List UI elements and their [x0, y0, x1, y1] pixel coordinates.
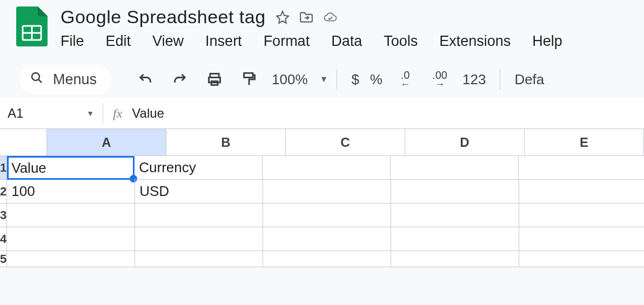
formula-bar-input[interactable]: [131, 105, 644, 121]
menu-insert[interactable]: Insert: [205, 33, 242, 50]
cell-B5[interactable]: [135, 251, 263, 267]
row-header-1[interactable]: 1: [0, 156, 7, 180]
cloud-status-icon[interactable]: [323, 10, 337, 24]
column-header-C[interactable]: C: [286, 129, 405, 156]
fx-icon: fx: [113, 106, 122, 121]
menu-extensions[interactable]: Extensions: [439, 33, 511, 50]
zoom-dropdown[interactable]: 100% ▼: [266, 71, 328, 88]
cell-B4[interactable]: [135, 227, 263, 251]
svg-line-4: [38, 79, 42, 83]
cell-C2[interactable]: [263, 180, 391, 204]
format-currency-button[interactable]: $: [351, 71, 359, 88]
menu-data[interactable]: Data: [331, 33, 362, 50]
move-to-folder-icon[interactable]: [299, 10, 313, 24]
cell-value: Currency: [139, 159, 196, 176]
decrease-decimal-button[interactable]: .0 ←: [395, 70, 415, 89]
cell-value: Value: [11, 160, 46, 177]
svg-rect-8: [244, 73, 253, 77]
cell-D3[interactable]: [391, 204, 519, 227]
format-percent-button[interactable]: %: [370, 71, 383, 88]
spreadsheet-grid: A B C D E 1 Value Currency 2 100 USD 3 4: [0, 129, 644, 267]
cell-A2[interactable]: 100: [7, 180, 135, 204]
cell-C4[interactable]: [263, 227, 391, 251]
increase-decimal-button[interactable]: .00 →: [430, 70, 450, 89]
sheets-app-icon[interactable]: [16, 6, 48, 49]
cell-E1[interactable]: [519, 156, 644, 180]
row-header-2[interactable]: 2: [0, 180, 7, 204]
cell-C5[interactable]: [263, 251, 391, 267]
cell-E2[interactable]: [519, 180, 644, 204]
cell-C3[interactable]: [263, 204, 391, 227]
column-header-E[interactable]: E: [525, 129, 644, 156]
cell-D1[interactable]: [391, 156, 519, 180]
menus-label: Menus: [53, 71, 97, 88]
caret-down-icon: ▼: [320, 74, 328, 84]
star-icon[interactable]: [276, 10, 290, 24]
search-icon: [30, 71, 43, 88]
menu-view[interactable]: View: [152, 33, 184, 50]
separator: [103, 103, 103, 124]
column-header-D[interactable]: D: [405, 129, 525, 156]
cell-C1[interactable]: [263, 156, 391, 180]
toolbar-separator: [337, 69, 337, 90]
cell-D5[interactable]: [391, 251, 519, 267]
cell-value: USD: [139, 183, 169, 200]
column-header-B[interactable]: B: [166, 129, 286, 156]
document-title[interactable]: Google Spreadsheet tag: [61, 6, 266, 28]
svg-point-3: [32, 73, 39, 80]
cell-A4[interactable]: [7, 227, 135, 251]
row-header-5[interactable]: 5: [0, 251, 7, 267]
cell-B3[interactable]: [135, 204, 263, 227]
menus-search-pill[interactable]: Menus: [19, 65, 112, 94]
column-header-A[interactable]: A: [47, 129, 166, 156]
cell-value: 100: [11, 183, 35, 200]
toolbar: Menus 100% ▼ $ % .0 ← .00 → 123 Defa: [0, 60, 644, 98]
cell-E4[interactable]: [519, 227, 644, 251]
cell-E3[interactable]: [519, 204, 644, 227]
menu-format[interactable]: Format: [264, 33, 310, 50]
cell-B2[interactable]: USD: [135, 180, 263, 204]
menu-tools[interactable]: Tools: [384, 33, 418, 50]
toolbar-separator: [500, 69, 500, 90]
name-box[interactable]: A1 ▼: [4, 106, 103, 121]
menu-file[interactable]: File: [61, 33, 84, 50]
cell-A1[interactable]: Value: [7, 156, 135, 180]
font-dropdown[interactable]: Defa: [514, 71, 544, 88]
more-formats-button[interactable]: 123: [462, 71, 486, 88]
cell-A3[interactable]: [7, 204, 135, 227]
select-all-corner[interactable]: [0, 129, 47, 156]
cell-A5[interactable]: [7, 251, 135, 267]
menu-edit[interactable]: Edit: [106, 33, 131, 50]
paint-format-button[interactable]: [239, 70, 259, 89]
redo-button[interactable]: [170, 70, 190, 89]
cell-D2[interactable]: [391, 180, 519, 204]
cell-E5[interactable]: [519, 251, 644, 267]
cell-B1[interactable]: Currency: [135, 156, 263, 180]
cell-D4[interactable]: [391, 227, 519, 251]
undo-button[interactable]: [136, 70, 155, 89]
menu-help[interactable]: Help: [532, 33, 562, 50]
row-header-4[interactable]: 4: [0, 227, 7, 251]
menubar: File Edit View Insert Format Data Tools …: [61, 28, 562, 50]
zoom-value: 100%: [272, 71, 308, 88]
name-box-value: A1: [8, 106, 23, 121]
row-header-3[interactable]: 3: [0, 204, 7, 227]
print-button[interactable]: [205, 70, 224, 89]
caret-down-icon: ▼: [86, 109, 94, 118]
